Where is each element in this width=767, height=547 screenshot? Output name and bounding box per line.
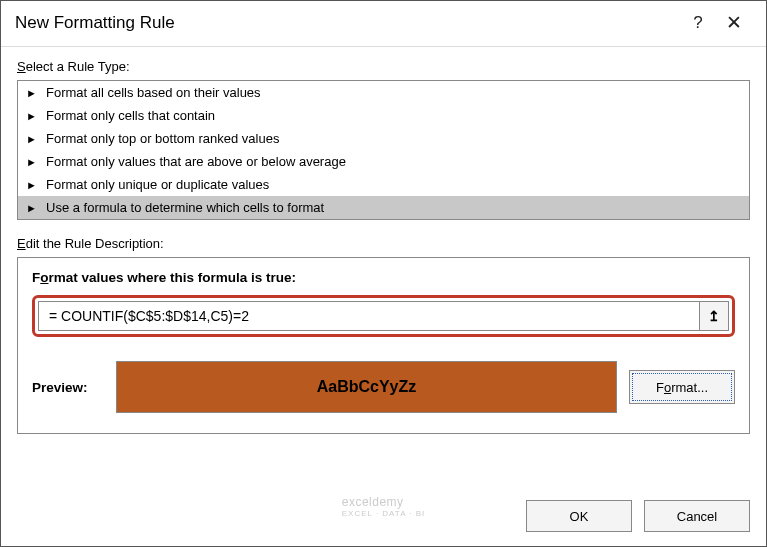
cancel-button[interactable]: Cancel xyxy=(644,500,750,532)
preview-label: Preview: xyxy=(32,380,104,395)
arrow-icon: ► xyxy=(26,110,40,122)
rule-type-item[interactable]: ► Format only unique or duplicate values xyxy=(18,173,749,196)
arrow-icon: ► xyxy=(26,156,40,168)
new-formatting-rule-dialog: New Formatting Rule ? ✕ Select a Rule Ty… xyxy=(0,0,767,547)
preview-sample-text: AaBbCcYyZz xyxy=(317,378,417,396)
formula-input[interactable] xyxy=(38,301,699,331)
titlebar: New Formatting Rule ? ✕ xyxy=(1,1,766,47)
dialog-title: New Formatting Rule xyxy=(15,13,680,33)
rule-type-label: Select a Rule Type: xyxy=(17,59,750,74)
dialog-footer: exceldemy EXCEL · DATA · BI OK Cancel xyxy=(1,490,766,546)
help-button[interactable]: ? xyxy=(680,13,716,33)
arrow-icon: ► xyxy=(26,87,40,99)
arrow-icon: ► xyxy=(26,202,40,214)
rule-type-item[interactable]: ► Format all cells based on their values xyxy=(18,81,749,104)
close-button[interactable]: ✕ xyxy=(716,11,752,34)
arrow-icon: ► xyxy=(26,179,40,191)
rule-type-text: Format only values that are above or bel… xyxy=(46,154,346,169)
preview-row: Preview: AaBbCcYyZz Format... xyxy=(32,361,735,413)
formula-label: Format values where this formula is true… xyxy=(32,270,735,285)
dialog-content: Select a Rule Type: ► Format all cells b… xyxy=(1,47,766,490)
rule-type-text: Format only unique or duplicate values xyxy=(46,177,269,192)
preview-swatch: AaBbCcYyZz xyxy=(116,361,617,413)
rule-type-text: Use a formula to determine which cells t… xyxy=(46,200,324,215)
rule-type-text: Format all cells based on their values xyxy=(46,85,261,100)
rule-type-text: Format only cells that contain xyxy=(46,108,215,123)
rule-type-item[interactable]: ► Format only cells that contain xyxy=(18,104,749,127)
rule-type-item[interactable]: ► Format only top or bottom ranked value… xyxy=(18,127,749,150)
rule-type-text: Format only top or bottom ranked values xyxy=(46,131,279,146)
rule-description-label: Edit the Rule Description: xyxy=(17,236,750,251)
format-button[interactable]: Format... xyxy=(629,370,735,404)
rule-type-item[interactable]: ► Format only values that are above or b… xyxy=(18,150,749,173)
rule-type-item-selected[interactable]: ► Use a formula to determine which cells… xyxy=(18,196,749,219)
collapse-dialog-button[interactable]: ↥ xyxy=(699,301,729,331)
arrow-icon: ► xyxy=(26,133,40,145)
rule-type-list[interactable]: ► Format all cells based on their values… xyxy=(17,80,750,220)
watermark: exceldemy EXCEL · DATA · BI xyxy=(342,495,426,518)
formula-row: ↥ xyxy=(32,295,735,337)
collapse-icon: ↥ xyxy=(708,308,720,324)
rule-description-box: Format values where this formula is true… xyxy=(17,257,750,434)
ok-button[interactable]: OK xyxy=(526,500,632,532)
